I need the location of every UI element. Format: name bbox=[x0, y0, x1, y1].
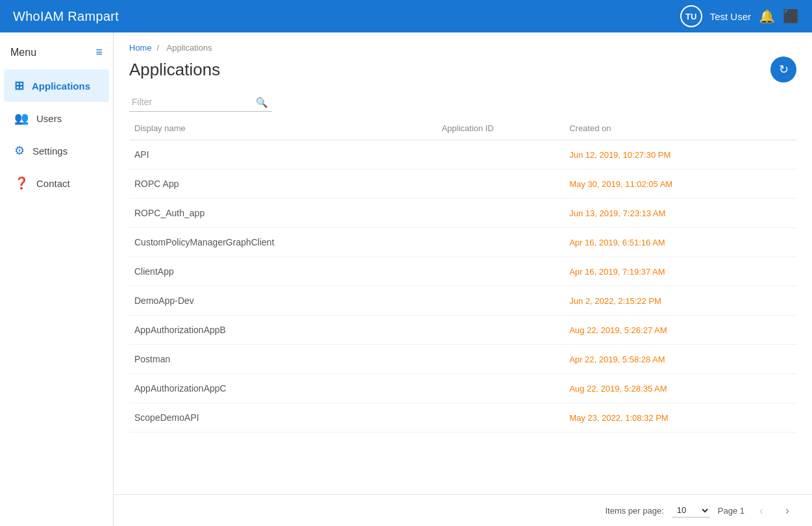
table-row[interactable]: ROPC_Auth_app Jun 13, 2019, 7:23:13 AM bbox=[129, 199, 796, 228]
cell-app-id bbox=[436, 228, 564, 257]
menu-toggle-icon[interactable]: ≡ bbox=[95, 45, 103, 59]
cell-app-id bbox=[436, 403, 564, 432]
contact-icon: ❓ bbox=[14, 176, 29, 190]
table-header: Display name Application ID Created on bbox=[129, 117, 796, 140]
cell-display-name: ROPC App bbox=[129, 169, 436, 199]
sidebar: Menu ≡ ⊞ Applications 👥 Users ⚙ Settings… bbox=[0, 32, 114, 526]
sidebar-item-contact[interactable]: ❓ Contact bbox=[4, 167, 109, 199]
cell-app-id bbox=[436, 345, 564, 374]
table-row[interactable]: ScopeDemoAPI May 23, 2022, 1:08:32 PM bbox=[129, 403, 796, 432]
cell-created-on: Aug 22, 2019, 5:26:27 AM bbox=[564, 316, 796, 345]
cell-app-id bbox=[436, 316, 564, 345]
cell-created-on: May 23, 2022, 1:08:32 PM bbox=[564, 403, 796, 432]
table-body: API Jun 12, 2019, 10:27:30 PM ROPC App M… bbox=[129, 140, 796, 432]
sidebar-users-label: Users bbox=[36, 113, 62, 124]
cell-display-name: ClientApp bbox=[129, 257, 436, 286]
items-per-page-label: Items per page: bbox=[605, 506, 663, 516]
username-label: Test User bbox=[710, 11, 751, 22]
items-per-page-select[interactable]: 5 10 25 50 bbox=[672, 503, 710, 518]
breadcrumb-home[interactable]: Home bbox=[129, 43, 152, 53]
cell-created-on: Jun 2, 2022, 2:15:22 PM bbox=[564, 286, 796, 316]
cell-app-id bbox=[436, 286, 564, 316]
table-row[interactable]: ROPC App May 30, 2019, 11:02:05 AM bbox=[129, 169, 796, 199]
filter-input-wrap: 🔍 bbox=[129, 93, 272, 112]
cell-created-on: Jun 13, 2019, 7:23:13 AM bbox=[564, 199, 796, 228]
table-row[interactable]: CustomPolicyManagerGraphClient Apr 16, 2… bbox=[129, 228, 796, 257]
cell-app-id bbox=[436, 257, 564, 286]
search-icon: 🔍 bbox=[256, 97, 268, 108]
cell-app-id bbox=[436, 169, 564, 199]
applications-icon: ⊞ bbox=[14, 79, 24, 93]
logout-icon[interactable]: ⬛ bbox=[783, 8, 799, 24]
table-row[interactable]: API Jun 12, 2019, 10:27:30 PM bbox=[129, 140, 796, 169]
main-content: Home / Applications Applications ↻ 🔍 bbox=[114, 32, 812, 526]
cell-display-name: CustomPolicyManagerGraphClient bbox=[129, 228, 436, 257]
pagination-bar: Items per page: 5 10 25 50 Page 1 ‹ › bbox=[114, 494, 812, 526]
cell-created-on: Apr 16, 2019, 7:19:37 AM bbox=[564, 257, 796, 286]
prev-page-button[interactable]: ‹ bbox=[752, 501, 770, 520]
breadcrumb-current: Applications bbox=[167, 43, 212, 53]
col-created-on: Created on bbox=[564, 117, 796, 140]
cell-created-on: Apr 22, 2019, 5:58:28 AM bbox=[564, 345, 796, 374]
cell-created-on: May 30, 2019, 11:02:05 AM bbox=[564, 169, 796, 199]
refresh-button[interactable]: ↻ bbox=[770, 56, 796, 82]
col-application-id: Application ID bbox=[436, 117, 564, 140]
table-row[interactable]: ClientApp Apr 16, 2019, 7:19:37 AM bbox=[129, 257, 796, 286]
next-page-button[interactable]: › bbox=[778, 501, 796, 520]
page-title: Applications bbox=[129, 60, 220, 80]
cell-display-name: ScopeDemoAPI bbox=[129, 403, 436, 432]
table-row[interactable]: AppAuthorizationAppC Aug 22, 2019, 5:28:… bbox=[129, 374, 796, 403]
cell-display-name: Postman bbox=[129, 345, 436, 374]
cell-display-name: API bbox=[129, 140, 436, 169]
header-right: TU Test User 🔔 ⬛ bbox=[680, 5, 799, 27]
sidebar-contact-label: Contact bbox=[36, 178, 70, 189]
breadcrumb: Home / Applications bbox=[129, 43, 796, 53]
cell-display-name: AppAuthorizationAppB bbox=[129, 316, 436, 345]
cell-display-name: AppAuthorizationAppC bbox=[129, 374, 436, 403]
cell-created-on: Apr 16, 2019, 6:51:16 AM bbox=[564, 228, 796, 257]
cell-created-on: Aug 22, 2019, 5:28:35 AM bbox=[564, 374, 796, 403]
app-header: WhoIAM Rampart TU Test User 🔔 ⬛ bbox=[0, 0, 812, 32]
cell-app-id bbox=[436, 374, 564, 403]
menu-header: Menu ≡ bbox=[0, 39, 113, 69]
table-row[interactable]: Postman Apr 22, 2019, 5:58:28 AM bbox=[129, 345, 796, 374]
cell-app-id bbox=[436, 140, 564, 169]
table-row[interactable]: AppAuthorizationAppB Aug 22, 2019, 5:26:… bbox=[129, 316, 796, 345]
cell-app-id bbox=[436, 199, 564, 228]
users-icon: 👥 bbox=[14, 111, 29, 125]
user-avatar: TU bbox=[680, 5, 702, 27]
sidebar-item-applications[interactable]: ⊞ Applications bbox=[4, 69, 109, 102]
table-row[interactable]: DemoApp-Dev Jun 2, 2022, 2:15:22 PM bbox=[129, 286, 796, 316]
notifications-icon[interactable]: 🔔 bbox=[759, 8, 775, 24]
cell-created-on: Jun 12, 2019, 10:27:30 PM bbox=[564, 140, 796, 169]
cell-display-name: ROPC_Auth_app bbox=[129, 199, 436, 228]
col-display-name: Display name bbox=[129, 117, 436, 140]
refresh-icon: ↻ bbox=[779, 62, 789, 77]
filter-row: 🔍 bbox=[114, 93, 812, 112]
settings-icon: ⚙ bbox=[14, 144, 25, 158]
page-title-row: Applications ↻ bbox=[129, 56, 796, 82]
app-title: WhoIAM Rampart bbox=[13, 9, 119, 24]
content-header: Home / Applications Applications ↻ bbox=[114, 32, 812, 93]
menu-label: Menu bbox=[10, 47, 36, 58]
sidebar-settings-label: Settings bbox=[32, 145, 68, 157]
applications-table: Display name Application ID Created on A… bbox=[129, 117, 796, 432]
breadcrumb-separator: / bbox=[156, 43, 159, 53]
filter-input[interactable] bbox=[129, 93, 272, 112]
sidebar-item-settings[interactable]: ⚙ Settings bbox=[4, 134, 109, 167]
page-label: Page 1 bbox=[718, 506, 744, 516]
sidebar-item-users[interactable]: 👥 Users bbox=[4, 102, 109, 134]
sidebar-applications-label: Applications bbox=[32, 81, 90, 92]
table-container: Display name Application ID Created on A… bbox=[114, 112, 812, 494]
cell-display-name: DemoApp-Dev bbox=[129, 286, 436, 316]
